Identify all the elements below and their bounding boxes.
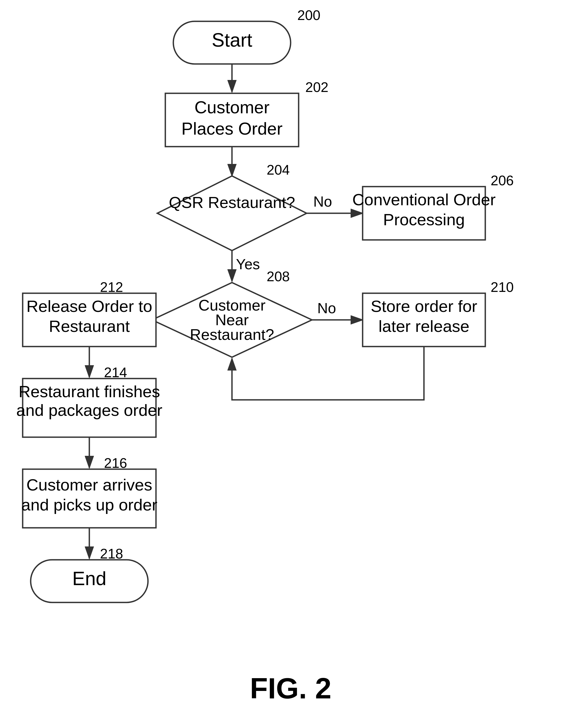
start-node: Start	[173, 21, 290, 64]
ref-218: 218	[100, 546, 123, 562]
svg-text:Processing: Processing	[383, 210, 465, 229]
yes-label-qsr: Yes	[236, 256, 260, 272]
svg-text:Customer: Customer	[194, 98, 270, 117]
no-label-qsr: No	[313, 193, 332, 210]
store-order-node: Store order for later release	[363, 293, 485, 346]
svg-text:Restaurant?: Restaurant?	[190, 326, 274, 343]
svg-text:and picks up order: and picks up order	[21, 496, 157, 514]
conventional-order-processing-node: Conventional Order Processing	[352, 187, 496, 240]
end-node: End	[31, 560, 148, 602]
ref-206: 206	[490, 173, 514, 188]
flowchart-diagram: Start 200 Customer Places Order 202 QSR …	[0, 0, 581, 728]
svg-text:later release: later release	[378, 317, 469, 335]
figure-label: FIG. 2	[250, 672, 331, 705]
svg-text:QSR Restaurant?: QSR Restaurant?	[169, 193, 295, 211]
ref-204: 204	[267, 162, 290, 178]
no-label-cnr: No	[317, 300, 336, 316]
ref-200: 200	[297, 7, 321, 23]
ref-210: 210	[490, 279, 514, 295]
ref-202: 202	[305, 79, 328, 95]
start-label: Start	[212, 29, 252, 51]
customer-arrives-node: Customer arrives and picks up order	[21, 469, 157, 528]
customer-places-order-node: Customer Places Order	[165, 93, 299, 147]
ref-212: 212	[100, 279, 123, 295]
ref-208: 208	[267, 269, 290, 284]
svg-text:Conventional Order: Conventional Order	[352, 190, 496, 209]
svg-text:Customer arrives: Customer arrives	[26, 475, 152, 494]
end-label: End	[72, 568, 106, 589]
svg-text:and packages order: and packages order	[16, 401, 162, 419]
ref-214: 214	[104, 365, 127, 380]
svg-text:Restaurant finishes: Restaurant finishes	[19, 382, 160, 401]
svg-text:Places Order: Places Order	[181, 119, 282, 138]
svg-text:Restaurant: Restaurant	[49, 317, 130, 335]
svg-text:Release Order to: Release Order to	[26, 297, 152, 315]
svg-text:Store order for: Store order for	[371, 297, 477, 315]
release-order-node: Release Order to Restaurant	[23, 293, 156, 346]
restaurant-finishes-node: Restaurant finishes and packages order	[16, 379, 162, 437]
ref-216: 216	[104, 455, 127, 471]
